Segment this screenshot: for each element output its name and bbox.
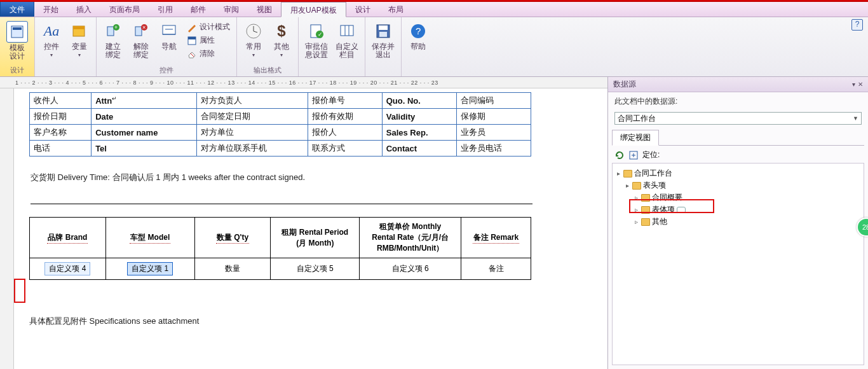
svg-text:✓: ✓ bbox=[318, 31, 323, 38]
clear-button[interactable]: 清除 bbox=[184, 48, 233, 60]
svg-rect-1 bbox=[13, 27, 22, 30]
separator-line bbox=[31, 204, 532, 204]
document-page: 收件人Attn↵对方负责人 报价单号Quo. No.合同编码 报价日期Date合… bbox=[14, 88, 607, 369]
highlight-body-items bbox=[629, 199, 714, 213]
svg-rect-10 bbox=[163, 25, 175, 34]
chevron-down-icon: ▼ bbox=[853, 115, 858, 122]
help-icon[interactable]: ? bbox=[851, 19, 863, 31]
other-format-button[interactable]: $ 其他 bbox=[269, 20, 294, 59]
datasource-select[interactable]: 合同工作台▼ bbox=[614, 112, 862, 125]
svg-rect-23 bbox=[379, 25, 388, 30]
menu-tab-6[interactable]: 视图 bbox=[248, 2, 281, 17]
menu-tab-9[interactable]: 布局 bbox=[379, 2, 412, 17]
svg-rect-4 bbox=[107, 27, 114, 36]
panel-title: 数据源 bbox=[613, 79, 636, 90]
tab-bindview[interactable]: 绑定视图 bbox=[612, 130, 659, 146]
tree-root[interactable]: ▸合同工作台 bbox=[615, 167, 861, 179]
menu-tab-5[interactable]: 审阅 bbox=[215, 2, 248, 17]
svg-rect-3 bbox=[73, 26, 85, 29]
template-design-button[interactable]: 模板 设计 bbox=[4, 20, 31, 62]
svg-rect-24 bbox=[379, 32, 387, 37]
locate-label: 定位: bbox=[642, 150, 660, 160]
svg-text:×: × bbox=[142, 24, 146, 31]
close-icon[interactable]: ✕ bbox=[858, 81, 863, 88]
menu-tab-8[interactable]: 设计 bbox=[346, 2, 379, 17]
datasource-panel: 数据源 ▾✕ 此文档中的数据源: 合同工作台▼ 绑定视图 定位: ▸合同工作台 … bbox=[607, 77, 868, 369]
field-custom1[interactable]: 自定义项 1 bbox=[127, 262, 173, 275]
svg-rect-7 bbox=[135, 27, 142, 36]
highlight-row-handle bbox=[14, 279, 25, 303]
attachment-note: 具体配置见附件 Specifications see attachment bbox=[29, 316, 601, 327]
help-button[interactable]: ? 帮助 bbox=[405, 20, 431, 52]
field-custom4[interactable]: 自定义项 4 bbox=[44, 262, 90, 275]
table-row[interactable]: 自定义项 4 自定义项 1 数量 自定义项 5 自定义项 6 备注 bbox=[30, 258, 531, 280]
delivery-text: 交货期 Delivery Time: 合同确认后 1 周内 1 weeks af… bbox=[31, 172, 601, 183]
svg-rect-19 bbox=[341, 25, 353, 36]
tree-header-items[interactable]: ▸表头项 bbox=[615, 179, 861, 191]
items-table: 品牌 Brand 车型 Model 数量 Q'ty 租期 Rental Peri… bbox=[29, 217, 531, 280]
menu-tab-7[interactable]: 用友UAP模板 bbox=[281, 2, 346, 17]
dollar-icon: $ bbox=[277, 22, 285, 40]
design-mode-button[interactable]: 设计模式 bbox=[184, 21, 233, 33]
navigate-button[interactable]: 导航 bbox=[156, 20, 182, 52]
custom-columns-button[interactable]: 自定义 栏目 bbox=[333, 20, 361, 60]
common-format-button[interactable]: 常用 bbox=[241, 20, 266, 59]
form-table: 收件人Attn↵对方负责人 报价单号Quo. No.合同编码 报价日期Date合… bbox=[29, 92, 531, 157]
menu-tab-3[interactable]: 引用 bbox=[149, 2, 182, 17]
svg-text:+: + bbox=[114, 24, 118, 31]
datasource-tree: ▸合同工作台 ▸表头项 ▹合同概要 ▹表体项 ▹其他 bbox=[612, 163, 864, 365]
ribbon: 模板 设计 设计 Aa 控件 变量 + 建立 绑定 × 解除 绑定 bbox=[0, 17, 868, 77]
horizontal-ruler: 1 · · · 2 · · · 3 · · · 4 · · · 5 · · · … bbox=[0, 77, 607, 88]
controls-button[interactable]: Aa 控件 bbox=[39, 20, 64, 59]
menu-tab-4[interactable]: 邮件 bbox=[182, 2, 215, 17]
bind-create-button[interactable]: + 建立 绑定 bbox=[100, 20, 126, 60]
menu-file[interactable]: 文件 bbox=[0, 2, 34, 17]
vertical-ruler bbox=[0, 88, 14, 369]
expand-icon[interactable] bbox=[628, 150, 639, 160]
menu-tab-2[interactable]: 页面布局 bbox=[100, 2, 149, 17]
menu-tab-1[interactable]: 插入 bbox=[67, 2, 100, 17]
save-exit-button[interactable]: 保存并 退出 bbox=[369, 20, 397, 60]
variable-button[interactable]: 变量 bbox=[67, 20, 92, 59]
svg-text:?: ? bbox=[416, 25, 421, 36]
approval-settings-button[interactable]: ✓ 审批信 息设置 bbox=[302, 20, 330, 60]
bind-remove-button[interactable]: × 解除 绑定 bbox=[128, 20, 154, 60]
menu-tab-0[interactable]: 开始 bbox=[34, 2, 67, 17]
pin-icon[interactable]: ▾ bbox=[852, 81, 855, 88]
tree-other[interactable]: ▹其他 bbox=[615, 216, 861, 228]
menu-bar: 文件 开始 插入 页面布局 引用 邮件 审阅 视图 用友UAP模板 设计 布局 bbox=[0, 2, 868, 17]
refresh-icon[interactable] bbox=[614, 150, 625, 160]
panel-subtitle: 此文档中的数据源: bbox=[608, 92, 868, 111]
svg-rect-12 bbox=[188, 37, 196, 39]
properties-button[interactable]: 属性 bbox=[184, 34, 233, 46]
